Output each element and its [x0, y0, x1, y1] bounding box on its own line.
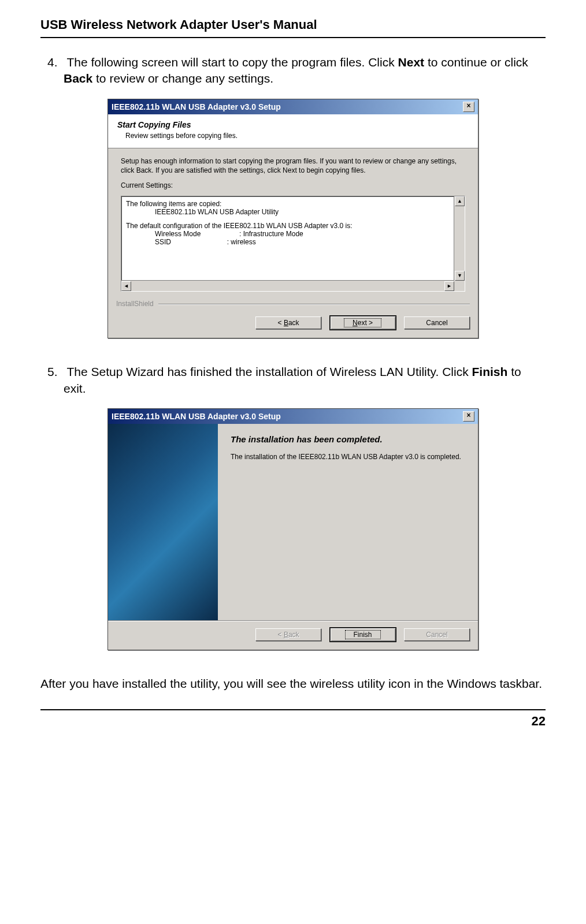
titlebar-1: IEEE802.11b WLAN USB Adapter v3.0 Setup … [108, 99, 478, 114]
step-4-number: 4. [47, 54, 64, 70]
rule-top [40, 37, 546, 38]
scroll-down-icon[interactable]: ▼ [455, 271, 465, 281]
settings-cfg-1: Wireless Mode : Infrastructure Mode [126, 230, 460, 238]
step4-bold-next: Next [398, 55, 425, 69]
scroll-up-icon[interactable]: ▲ [455, 196, 465, 206]
titlebar-1-text: IEEE802.11b WLAN USB Adapter v3.0 Setup [112, 102, 281, 111]
dialog2-body: The installation has been completed. The… [108, 424, 478, 620]
dialog2-main-text: The installation of the IEEE802.11b WLAN… [231, 452, 465, 462]
close-icon[interactable]: × [463, 411, 474, 422]
step4-part-a: The following screen will start to copy … [66, 55, 398, 69]
current-settings-label: Current Settings: [121, 181, 465, 190]
finish-button[interactable]: Finish [330, 628, 396, 642]
dialog-copy-files: IEEE802.11b WLAN USB Adapter v3.0 Setup … [107, 99, 479, 339]
dialog-finish: IEEE802.11b WLAN USB Adapter v3.0 Setup … [107, 408, 479, 650]
scrollbar-vertical[interactable]: ▲ ▼ [454, 196, 465, 281]
dialog1-paragraph: Setup has enough information to start co… [121, 157, 465, 175]
settings-line-1: The following items are copied: [126, 200, 460, 208]
back-button[interactable]: < Back [255, 316, 321, 329]
screenshot-2: IEEE802.11b WLAN USB Adapter v3.0 Setup … [40, 408, 546, 650]
settings-line-3: The default configuration of the IEEE802… [126, 222, 460, 230]
close-icon[interactable]: × [463, 102, 474, 112]
dialog1-button-row: < Back Next > Cancel [108, 311, 478, 338]
step-4-text: 4. The following screen will start to co… [40, 54, 546, 87]
scroll-right-icon[interactable]: ► [444, 281, 454, 291]
settings-line-2: IEEE802.11b WLAN USB Adapter Utility [126, 208, 460, 216]
scrollbar-horizontal[interactable]: ◄ ► [121, 280, 454, 291]
cancel-button-disabled: Cancel [404, 628, 470, 641]
settings-cfg-2: SSID : wireless [126, 238, 460, 246]
dialog1-header: Start Copying Files Review settings befo… [108, 114, 478, 148]
installshield-label: InstallShield [116, 300, 154, 308]
dialog2-button-row: < Back Finish Cancel [108, 620, 478, 650]
scroll-corner [454, 281, 465, 291]
titlebar-2: IEEE802.11b WLAN USB Adapter v3.0 Setup … [108, 409, 478, 424]
dialog1-header-sub: Review settings before copying files. [117, 132, 469, 140]
screenshot-1: IEEE802.11b WLAN USB Adapter v3.0 Setup … [40, 99, 546, 339]
titlebar-2-text: IEEE802.11b WLAN USB Adapter v3.0 Setup [112, 412, 281, 421]
next-button[interactable]: Next > [330, 316, 396, 330]
step4-part-b: to continue or click [424, 55, 528, 69]
step-5-number: 5. [47, 364, 64, 380]
step5-part-a: The Setup Wizard has finished the instal… [66, 365, 472, 378]
dialog2-side-graphic [108, 424, 218, 620]
doc-header: USB Wireless Network Adapter User's Manu… [40, 17, 546, 32]
installshield-row: InstallShield [108, 296, 478, 311]
dialog2-main-title: The installation has been completed. [231, 434, 465, 444]
cancel-button[interactable]: Cancel [404, 316, 470, 329]
scroll-left-icon[interactable]: ◄ [121, 281, 131, 291]
bottom-paragraph: After you have installed the utility, yo… [40, 676, 546, 692]
step4-part-c: to review or change any settings. [92, 72, 273, 85]
current-settings-box[interactable]: The following items are copied: IEEE802.… [121, 196, 465, 292]
back-button-disabled: < Back [255, 628, 321, 641]
step4-bold-back: Back [64, 72, 92, 85]
step5-bold-finish: Finish [472, 365, 508, 378]
dialog2-main: The installation has been completed. The… [218, 424, 478, 620]
step-5-text: 5. The Setup Wizard has finished the ins… [40, 364, 546, 397]
rule-bottom [40, 709, 546, 710]
divider-line [158, 304, 470, 304]
document-page: USB Wireless Network Adapter User's Manu… [0, 0, 586, 746]
page-number: 22 [40, 714, 546, 729]
dialog1-body: Setup has enough information to start co… [108, 148, 478, 297]
dialog1-header-title: Start Copying Files [117, 120, 469, 129]
